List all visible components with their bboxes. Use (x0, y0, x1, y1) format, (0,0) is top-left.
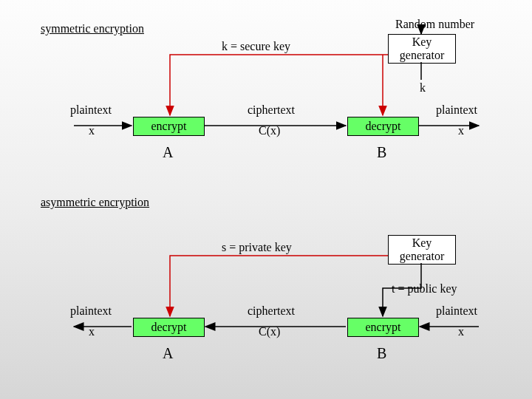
box-decrypt-sym: decrypt (347, 117, 419, 136)
box-key-generator-asym: Key generator (388, 235, 456, 265)
label-ciphertext-sym: ciphertext (248, 103, 295, 117)
label-cx-asym: C(x) (259, 325, 280, 338)
label-k: k (420, 81, 426, 95)
heading-symmetric: symmetric encryption (41, 22, 144, 35)
box-decrypt-asym: decrypt (133, 318, 205, 337)
label-secure-key: k = secure key (222, 40, 290, 53)
label-x-left-sym: x (89, 124, 95, 137)
label-x-left-asym: x (89, 325, 95, 338)
label-A-asym: A (163, 345, 173, 362)
box-encrypt-asym: encrypt (347, 318, 419, 337)
box-encrypt-sym: encrypt (133, 117, 205, 136)
label-B-sym: B (377, 144, 386, 161)
label-x-right-asym: x (458, 325, 464, 338)
label-public-key: t = public key (392, 282, 457, 296)
label-plaintext-left-sym: plaintext (70, 103, 112, 117)
heading-asymmetric: asymmetric encryption (41, 196, 149, 209)
label-cx-sym: C(x) (259, 124, 280, 137)
label-random-number: Random number (395, 18, 474, 31)
box-key-generator-sym: Key generator (388, 34, 456, 64)
label-plaintext-right-sym: plaintext (436, 103, 477, 117)
label-plaintext-left-asym: plaintext (70, 304, 112, 318)
label-B-asym: B (377, 345, 386, 362)
label-x-right-sym: x (458, 124, 464, 137)
label-plaintext-right-asym: plaintext (436, 304, 477, 318)
label-ciphertext-asym: ciphertext (248, 304, 295, 318)
label-A-sym: A (163, 144, 173, 161)
label-private-key: s = private key (222, 241, 292, 254)
